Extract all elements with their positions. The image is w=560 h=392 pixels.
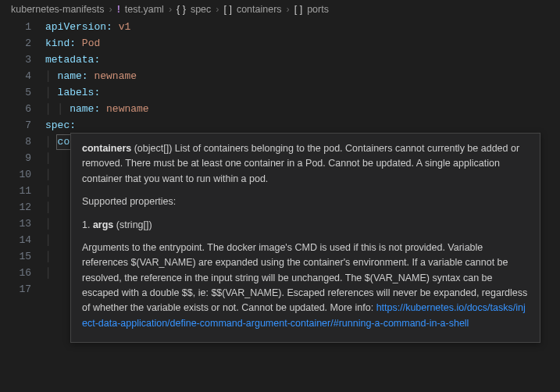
line-number: 2 [0, 35, 31, 52]
line-number: 16 [0, 265, 31, 281]
breadcrumb-file[interactable]: test.yaml [125, 4, 164, 15]
breadcrumb-separator: › [287, 4, 290, 15]
line-number: 13 [0, 216, 31, 232]
line-number-gutter: 1 2 3 4 5 6 7 8 9 10 11 12 13 14 15 16 1… [0, 19, 45, 298]
hover-supported-label: Supported properties: [82, 194, 529, 209]
line-number: 11 [0, 183, 31, 199]
line-number: 1 [0, 19, 31, 35]
hover-tooltip[interactable]: containers (object[]) List of containers… [70, 133, 540, 343]
hover-description: containers (object[]) List of containers… [82, 141, 529, 187]
yaml-file-icon: ! [117, 4, 120, 15]
breadcrumb-segment[interactable]: ports [307, 4, 329, 15]
breadcrumb-separator: › [169, 4, 172, 15]
breadcrumb-separator: › [216, 4, 219, 15]
breadcrumb[interactable]: kubernetes-manifests › ! test.yaml › { }… [0, 0, 560, 19]
array-icon: [ ] [294, 4, 302, 15]
line-number: 7 [0, 117, 31, 134]
breadcrumb-segment[interactable]: containers [237, 4, 282, 15]
object-icon: { } [177, 4, 186, 15]
line-number: 10 [0, 166, 31, 183]
line-number: 6 [0, 101, 31, 117]
line-number: 17 [0, 281, 31, 298]
line-number: 5 [0, 84, 31, 101]
breadcrumb-separator: › [109, 4, 112, 15]
line-number: 14 [0, 232, 31, 248]
line-number: 8 [0, 134, 31, 150]
breadcrumb-folder[interactable]: kubernetes-manifests [11, 4, 105, 15]
line-number: 4 [0, 68, 31, 84]
line-number: 9 [0, 150, 31, 166]
array-icon: [ ] [223, 4, 231, 15]
hover-property-header: 1. args (string[]) [82, 218, 529, 233]
breadcrumb-segment[interactable]: spec [191, 4, 211, 15]
line-number: 12 [0, 199, 31, 216]
line-number: 3 [0, 52, 31, 68]
line-number: 15 [0, 248, 31, 265]
hover-property-desc: Arguments to the entrypoint. The docker … [82, 241, 529, 331]
